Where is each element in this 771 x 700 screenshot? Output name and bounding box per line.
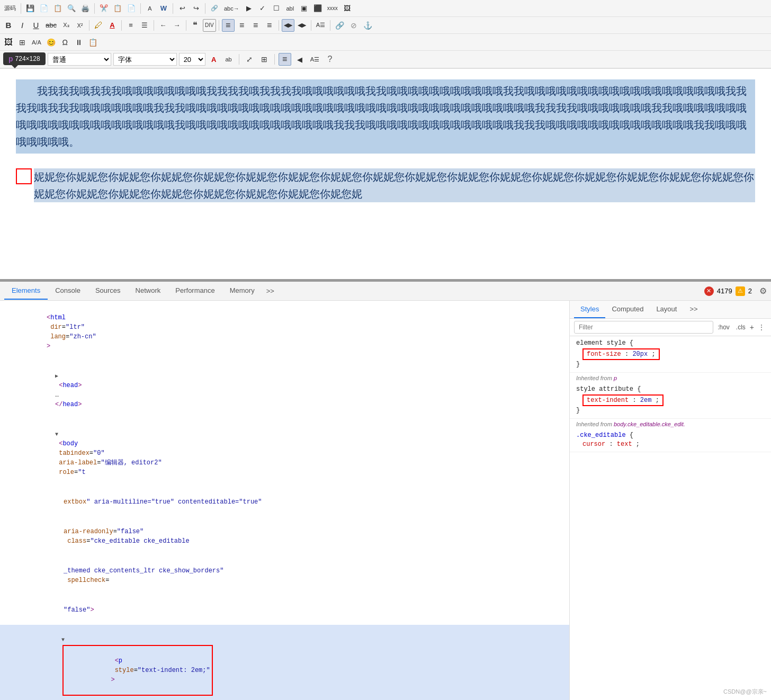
dom-line[interactable]: ▼ <body tabindex="0" aria-label="编辑器, ed… xyxy=(0,419,569,487)
font-family-select[interactable]: 字体 xyxy=(113,53,177,66)
templates-button[interactable]: 📋 xyxy=(51,2,64,15)
unlink-button[interactable]: ⊘ xyxy=(347,19,360,32)
gear-icon[interactable]: ⚙ xyxy=(759,286,767,296)
align-right-button[interactable]: ≡ xyxy=(249,19,262,32)
indent-button[interactable]: → xyxy=(171,19,183,32)
editor-area[interactable]: 我我我我哦我我我哦哦哦哦哦哦哦哦我我我我哦我我我我哦哦哦哦哦哦我我哦哦哦哦哦哦哦… xyxy=(0,69,771,281)
tab-network[interactable]: Network xyxy=(128,282,168,300)
print-button[interactable]: 🖨️ xyxy=(79,2,92,15)
bold-button[interactable]: B xyxy=(2,19,15,32)
unordered-list-button[interactable]: ☰ xyxy=(138,19,151,32)
hov-button[interactable]: :hov xyxy=(715,322,732,332)
dom-tag: "false"> xyxy=(4,596,94,624)
normal-paragraph[interactable]: 妮妮您你妮妮您你妮妮您你妮妮您你妮妮您你妮妮您你妮妮您你妮妮您你妮妮您你妮妮您你… xyxy=(16,164,755,207)
cls-button[interactable]: .cls xyxy=(734,322,748,332)
subscript-button[interactable]: X₂ xyxy=(60,19,73,32)
new-button[interactable]: 📄 xyxy=(38,2,50,15)
source-button[interactable]: 源码 xyxy=(2,2,18,15)
spellcheck-button[interactable]: abc→ xyxy=(222,2,241,15)
spellcheck2-button[interactable]: ✓ xyxy=(256,2,269,15)
format-a-btn[interactable]: A☰ xyxy=(308,53,321,66)
font-color-button[interactable]: A xyxy=(106,19,119,32)
filter-input[interactable] xyxy=(574,321,713,334)
lang-button[interactable]: ▶ xyxy=(243,2,255,15)
link-button[interactable]: 🔗 xyxy=(333,19,346,32)
anchor-button[interactable]: ⚓ xyxy=(361,19,374,32)
source-view-btn[interactable]: ⊞ xyxy=(258,53,271,66)
font-color-btn[interactable]: A xyxy=(208,53,220,66)
dom-line[interactable]: ▶ <head> … </head> xyxy=(0,361,569,419)
symbol-button[interactable]: Ω xyxy=(59,36,71,49)
template-button[interactable]: 📋 xyxy=(86,36,100,49)
media-button[interactable]: ▣ xyxy=(298,2,310,15)
dom-line[interactable]: extbox" aria-multiline="true" contentedi… xyxy=(0,487,569,517)
cut-button[interactable]: ✂️ xyxy=(97,2,110,15)
copy-button[interactable]: 📋 xyxy=(111,2,124,15)
tab-layout[interactable]: Layout xyxy=(650,301,683,318)
preview-button[interactable]: 🔍 xyxy=(65,2,78,15)
ordered-list-button[interactable]: ≡ xyxy=(124,19,137,32)
text-button[interactable]: abl xyxy=(284,2,297,15)
find-button[interactable]: A xyxy=(144,2,156,15)
font-size-select[interactable]: 20 xyxy=(179,53,205,66)
dom-line-selected[interactable]: ▼ <p style="text-indent: 2em;" > xyxy=(0,625,569,700)
prop-colon: : xyxy=(625,351,632,358)
italic-button[interactable]: I xyxy=(16,19,29,32)
flash-button[interactable]: ⬛ xyxy=(311,2,324,15)
paste-button[interactable]: 📄 xyxy=(125,2,138,15)
dom-tree-panel[interactable]: <html dir="ltr" lang="zh-cn" > ▶ <head> … xyxy=(0,301,570,700)
underline-button[interactable]: U xyxy=(30,19,42,32)
paragraph-style-select[interactable]: 普通 xyxy=(48,53,111,66)
rtl-fmt-btn[interactable]: ◀ xyxy=(293,53,306,66)
tab-elements[interactable]: Elements xyxy=(4,282,48,300)
strikethrough-button[interactable]: abc xyxy=(43,19,59,32)
dom-line[interactable]: _themed cke_contents_ltr cke_show_border… xyxy=(0,556,569,595)
format-bar: p 724×128 普通 字体 20 A ab ⤢ ⊞ ≡ ◀ A☰ ? xyxy=(0,51,771,68)
outdent-button[interactable]: ← xyxy=(157,19,169,32)
page-break-button[interactable]: ⏸ xyxy=(73,36,85,49)
font-size-button[interactable]: A/A xyxy=(30,36,43,49)
dom-line[interactable]: <html dir="ltr" lang="zh-cn" > xyxy=(0,303,569,361)
maximize-btn[interactable]: ⤢ xyxy=(243,53,256,66)
save-button[interactable]: 💾 xyxy=(24,2,37,15)
separator xyxy=(205,3,205,14)
undo-button[interactable]: ↩ xyxy=(176,2,189,15)
tab-more-styles[interactable]: >> xyxy=(683,301,704,318)
rtl-button[interactable]: ◀▶ xyxy=(295,19,308,32)
redo-button[interactable]: ↪ xyxy=(190,2,202,15)
align-justify-button[interactable]: ≡ xyxy=(263,19,276,32)
blockquote-button[interactable]: ❝ xyxy=(189,19,202,32)
separator xyxy=(121,20,122,31)
align-left-button[interactable]: ≡ xyxy=(222,19,235,32)
highlight-btn[interactable]: ab xyxy=(222,53,235,66)
selected-paragraph[interactable]: 我我我我哦我我我哦哦哦哦哦哦哦哦我我我我哦我我我我哦哦哦哦哦哦我我哦哦哦哦哦哦哦… xyxy=(16,79,755,154)
div-button[interactable]: DIV xyxy=(203,19,216,32)
align-center-button[interactable]: ≡ xyxy=(236,19,248,32)
tab-more[interactable]: >> xyxy=(262,285,279,297)
word-button[interactable]: W xyxy=(157,2,170,15)
ltr-button[interactable]: ◀▶ xyxy=(282,19,294,32)
checkbox-button[interactable]: ☐ xyxy=(270,2,283,15)
help-button[interactable]: ? xyxy=(324,53,336,66)
tab-console[interactable]: Console xyxy=(48,282,88,300)
insert-image-button[interactable]: 🖼 xyxy=(2,36,15,49)
abbr-button[interactable]: xxxx xyxy=(325,2,340,15)
find2-button[interactable]: 🔗 xyxy=(208,2,221,15)
tab-computed[interactable]: Computed xyxy=(605,301,650,318)
more-style-btn[interactable]: ⋮ xyxy=(756,322,767,332)
tab-memory[interactable]: Memory xyxy=(222,282,262,300)
highlight-button[interactable]: 🖊 xyxy=(92,19,105,32)
insert-table-button[interactable]: ⊞ xyxy=(16,36,29,49)
tab-performance[interactable]: Performance xyxy=(168,282,222,300)
tab-sources[interactable]: Sources xyxy=(88,282,128,300)
dom-line[interactable]: "false"> xyxy=(0,595,569,625)
align-active-btn[interactable]: ≡ xyxy=(279,53,291,66)
add-style-button[interactable]: + xyxy=(750,323,754,331)
format-text-button[interactable]: A☰ xyxy=(314,19,327,32)
dom-line[interactable]: aria-readonly="false" class="cke_editabl… xyxy=(0,517,569,556)
superscript-button[interactable]: X² xyxy=(74,19,86,32)
emoji-button[interactable]: 😊 xyxy=(44,36,58,49)
tab-styles[interactable]: Styles xyxy=(574,301,605,318)
image-button[interactable]: 🖼 xyxy=(341,2,354,15)
dom-tag: extbox" aria-multiline="true" contentedi… xyxy=(4,488,262,516)
